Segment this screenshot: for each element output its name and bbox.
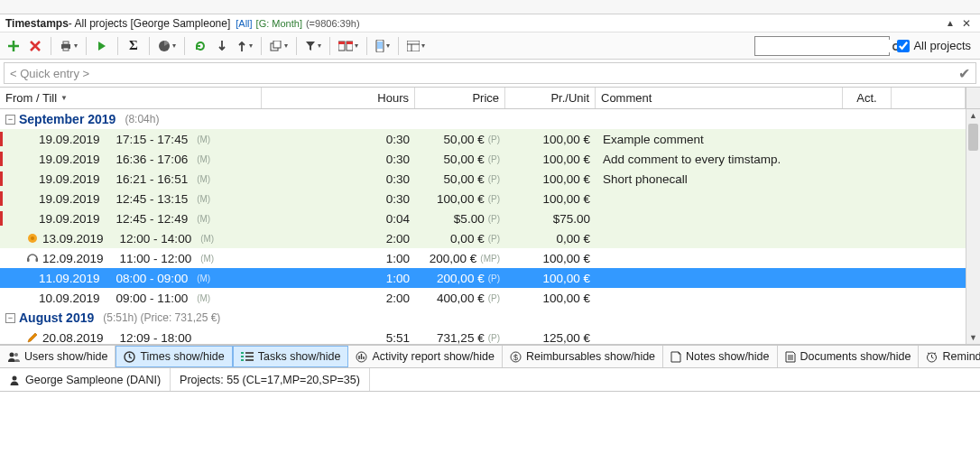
filter-button[interactable]: ▾	[302, 36, 324, 56]
quick-entry-placeholder: < Quick entry >	[10, 67, 89, 80]
row-comment: Example comment	[596, 129, 843, 149]
quick-entry-input[interactable]: < Quick entry > ✔	[4, 62, 976, 84]
toggle-users[interactable]: Users show/hide	[0, 346, 116, 367]
row-time: 09:00 - 11:00	[116, 292, 189, 305]
timestamps-grid: From / Till▼ Hours Price Pr./Unit Commen…	[0, 87, 980, 345]
headset-icon	[26, 252, 39, 264]
toggle-activity[interactable]: Activity report show/hide	[348, 346, 502, 367]
expander-button[interactable]: −	[5, 115, 15, 125]
row-hours: 5:51	[262, 328, 415, 344]
filter-all-link[interactable]: [All]	[236, 18, 252, 29]
row-comment	[596, 288, 843, 308]
svg-rect-28	[245, 356, 254, 357]
row-date: 11.09.2019	[39, 272, 100, 285]
daterange-button[interactable]: ▾	[336, 36, 361, 56]
row-comment: Short phonecall	[596, 169, 843, 189]
scroll-up-arrow[interactable]: ▲	[966, 109, 980, 122]
alarm-icon	[926, 351, 938, 363]
col-from-till[interactable]: From / Till▼	[0, 88, 262, 108]
timestamp-row[interactable]: 19.09.201912:45 - 12:49(M)0:04$5.00(P)$7…	[0, 208, 966, 228]
row-comment	[596, 328, 843, 344]
row-time: 12:00 - 14:00	[120, 232, 192, 246]
row-price: 731,25 €(P)	[415, 328, 505, 344]
col-act[interactable]: Act.	[843, 88, 892, 108]
title-rest: - All projects [George Sampleone]	[69, 17, 230, 30]
scroll-down-arrow[interactable]: ▼	[966, 331, 980, 344]
search-input[interactable]	[754, 36, 890, 56]
panel-menu-caret[interactable]: ▲	[942, 18, 958, 28]
filter-month-link[interactable]: [G: Month]	[256, 18, 302, 29]
grid-header: From / Till▼ Hours Price Pr./Unit Commen…	[0, 88, 980, 109]
search-field[interactable]	[757, 40, 892, 52]
row-time: 11:00 - 12:00	[120, 252, 192, 265]
total-hours: (=9806:39h)	[306, 18, 360, 29]
print-button[interactable]: ▾	[57, 36, 80, 56]
row-time: 16:36 - 17:06	[116, 153, 189, 166]
col-pr-unit[interactable]: Pr./Unit	[505, 88, 596, 108]
timestamp-row[interactable]: 13.09.201912:00 - 14:00(M)2:000,00 €(P)0…	[0, 228, 966, 248]
row-act	[843, 268, 892, 288]
pencil-icon	[26, 331, 39, 344]
row-date: 19.09.2019	[39, 172, 100, 186]
row-act	[843, 228, 892, 248]
row-act	[843, 189, 892, 208]
row-date: 20.08.2019	[42, 331, 104, 345]
row-hours: 2:00	[262, 288, 415, 308]
vertical-scrollbar[interactable]: ▲ ▼	[966, 109, 980, 344]
col-hours[interactable]: Hours	[262, 88, 415, 108]
toggle-notes[interactable]: Notes show/hide	[663, 346, 777, 367]
all-projects-input[interactable]	[897, 40, 910, 52]
mobile-button[interactable]: ▾	[373, 36, 393, 56]
timestamp-row[interactable]: 10.09.201909:00 - 11:00(M)2:00400,00 €(P…	[0, 288, 966, 308]
timestamp-row[interactable]: 12.09.201911:00 - 12:00(M)1:00200,00 €(M…	[0, 248, 966, 268]
month-header-row[interactable]: −August 2019(5:51h) (Price: 731,25 €)	[0, 308, 966, 328]
row-hours: 0:30	[262, 149, 415, 169]
row-tag: (M)	[197, 174, 210, 184]
row-prunit: 0,00 €	[505, 228, 596, 248]
sort-down-button[interactable]	[212, 36, 232, 56]
add-button[interactable]	[4, 36, 23, 56]
copy-button[interactable]: ▾	[267, 36, 291, 56]
row-act	[843, 208, 892, 228]
timestamp-row[interactable]: 19.09.201912:45 - 13:15(M)0:30100,00 €(P…	[0, 189, 966, 208]
layout-button[interactable]: ▾	[404, 36, 428, 56]
row-time: 17:15 - 17:45	[116, 133, 189, 146]
row-prunit: 125,00 €	[505, 328, 596, 344]
delete-button[interactable]	[25, 36, 45, 56]
users-icon	[7, 351, 20, 362]
col-price[interactable]: Price	[415, 88, 505, 108]
timestamp-row[interactable]: 19.09.201916:36 - 17:06(M)0:3050,00 €(P)…	[0, 149, 966, 169]
row-tag: (M)	[197, 154, 210, 164]
scroll-thumb[interactable]	[968, 124, 978, 151]
panel-close-button[interactable]: ✕	[958, 17, 975, 30]
status-bar: George Sampleone (DANI) Projects: 55 (CL…	[0, 368, 980, 392]
row-act	[843, 248, 892, 268]
expander-button[interactable]: −	[5, 313, 15, 323]
toolbar: ▾ Σ ▾ ▾ ▾ ▾ ▾ ▾ ▾ All projects	[0, 32, 980, 60]
play-button[interactable]	[92, 36, 112, 56]
toggle-times[interactable]: Times show/hide	[116, 346, 232, 367]
timestamp-row[interactable]: 19.09.201917:15 - 17:45(M)0:3050,00 €(P)…	[0, 129, 966, 149]
toggle-tasks[interactable]: Tasks show/hide	[233, 346, 349, 367]
sort-up-button[interactable]: ▾	[234, 36, 255, 56]
toggle-documents[interactable]: Documents show/hide	[778, 346, 920, 367]
grid-body[interactable]: −September 2019(8:04h)19.09.201917:15 - …	[0, 109, 966, 344]
toggle-reimbursables[interactable]: $ Reimbursables show/hide	[503, 346, 663, 367]
piechart-button[interactable]: ▾	[155, 36, 179, 56]
col-comment[interactable]: Comment	[596, 88, 843, 108]
sum-button[interactable]: Σ	[124, 36, 143, 56]
all-projects-checkbox[interactable]: All projects	[897, 39, 971, 52]
toggle-reminders[interactable]: Reminders sho	[919, 346, 980, 367]
check-icon[interactable]: ✔	[958, 65, 970, 82]
month-header-row[interactable]: −September 2019(8:04h)	[0, 109, 966, 129]
row-date: 13.09.2019	[42, 232, 104, 246]
row-time: 08:00 - 09:00	[116, 272, 189, 285]
row-act	[843, 169, 892, 189]
timestamp-row[interactable]: 11.09.201908:00 - 09:00(M)1:00200,00 €(P…	[0, 268, 966, 288]
row-time: 12:09 - 18:00	[120, 331, 192, 345]
svg-point-21	[10, 353, 14, 357]
timestamp-row[interactable]: 19.09.201916:21 - 16:51(M)0:3050,00 €(P)…	[0, 169, 966, 189]
window-fragment	[0, 0, 980, 14]
timestamp-row[interactable]: 20.08.201912:09 - 18:005:51731,25 €(P)12…	[0, 328, 966, 344]
refresh-button[interactable]	[190, 36, 210, 56]
